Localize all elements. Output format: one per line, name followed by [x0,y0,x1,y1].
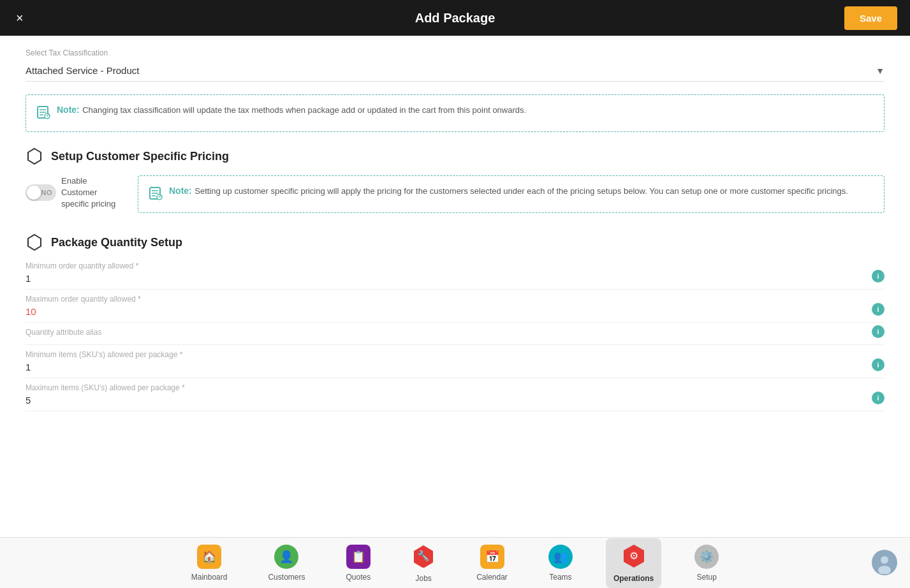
bottom-navigation: 🏠 Mainboard 👤 Customers 📋 Quotes 🔧 Jobs … [0,537,910,588]
customer-pricing-title: Setup Customer Specific Pricing [51,150,229,163]
field-label-0: Minimum order quantity allowed * [26,261,884,270]
quotes-label: Quotes [346,573,371,582]
toggle-group: NO Enable Customer specific pricing [26,175,125,210]
toggle-thumb [27,186,41,200]
quantity-section-title: Package Quantity Setup [51,236,182,249]
field-label-2: Quantity attribute alias [26,328,884,337]
customer-pricing-toggle-row: NO Enable Customer specific pricing Note… [26,175,884,213]
info-icon-3[interactable]: i [872,358,884,371]
nav-item-setup[interactable]: ⚙️ Setup [687,540,726,587]
svg-marker-5 [28,235,41,250]
hex-icon [26,147,43,165]
info-icon-0[interactable]: i [872,270,884,283]
customers-label: Customers [268,573,305,582]
field-value-4[interactable]: 5 [26,395,884,406]
svg-marker-2 [28,149,41,164]
info-icon-1[interactable]: i [872,303,884,316]
customer-pricing-note-box: Note: Setting up customer specific prici… [138,175,884,213]
field-label-3: Minimum items (SKU's) allowed per packag… [26,350,884,359]
operations-icon: ⚙ [622,543,646,568]
nav-item-calendar[interactable]: 📅 Calendar [469,540,515,587]
nav-item-teams[interactable]: 👥 Teams [541,540,580,587]
note1-content: Note: Changing tax classification will u… [57,104,526,117]
nav-item-customers[interactable]: 👤 Customers [260,540,312,587]
quantity-fields-container: Minimum order quantity allowed * 1 i Max… [26,261,884,411]
mainboard-icon: 🏠 [197,545,221,569]
jobs-icon: 🔧 [411,543,436,568]
teams-icon: 👥 [548,545,573,569]
jobs-label: Jobs [415,574,431,583]
field-label-1: Maximum order quantity allowed * [26,295,884,304]
note-icon [36,105,50,122]
nav-item-operations[interactable]: ⚙ Operations [606,538,661,588]
field-value-0[interactable]: 1 [26,273,884,284]
info-icon-2[interactable]: i [872,325,884,338]
page-title: Add Package [415,11,495,26]
mainboard-label: Mainboard [191,573,228,582]
operations-label: Operations [613,574,654,583]
tax-classification-field: Select Tax Classification Attached Servi… [26,48,884,82]
enable-pricing-toggle[interactable]: NO [26,184,56,201]
quantity-field-1: Maximum order quantity allowed * 10 i [26,295,884,323]
nav-item-jobs[interactable]: 🔧 Jobs [404,538,443,588]
svg-point-11 [881,556,888,564]
note2-icon [149,186,163,203]
customers-icon: 👤 [274,545,298,569]
quantity-field-4: Maximum items (SKU's) allowed per packag… [26,383,884,411]
tax-classification-label: Select Tax Classification [26,48,884,57]
quantity-field-2: Quantity attribute alias i [26,328,884,345]
tax-classification-value: Attached Service - Product [26,65,139,76]
customer-pricing-section-header: Setup Customer Specific Pricing [26,147,884,165]
hex-icon-quantity [26,233,43,251]
quantity-field-3: Minimum items (SKU's) allowed per packag… [26,350,884,378]
nav-item-quotes[interactable]: 📋 Quotes [338,540,378,587]
field-label-4: Maximum items (SKU's) allowed per packag… [26,383,884,392]
operations-icon: ⚙ [622,543,646,570]
info-icon-4[interactable]: i [872,392,884,404]
quotes-icon: 📋 [346,545,371,569]
jobs-icon: 🔧 [411,543,436,570]
tax-classification-select[interactable]: Attached Service - Product ▼ [26,60,884,82]
field-value-1[interactable]: 10 [26,306,884,317]
close-button[interactable]: × [13,8,27,29]
nav-item-mainboard[interactable]: 🏠 Mainboard [184,540,235,587]
calendar-icon: 📅 [480,545,504,569]
user-avatar[interactable] [872,550,897,575]
toggle-state-label: NO [41,189,53,196]
quantity-field-0: Minimum order quantity allowed * 1 i [26,261,884,290]
app-header: × Add Package Save [0,0,910,36]
calendar-label: Calendar [476,573,508,582]
save-button[interactable]: Save [844,6,897,30]
main-content: Select Tax Classification Attached Servi… [0,36,910,537]
field-value-3[interactable]: 1 [26,362,884,372]
enable-pricing-label: Enable Customer specific pricing [61,175,125,210]
note2-content: Note: Setting up customer specific prici… [169,185,848,198]
tax-note-box: Note: Changing tax classification will u… [26,94,884,132]
svg-text:⚙: ⚙ [629,550,638,561]
setup-icon: ⚙️ [694,545,719,569]
quantity-section-header: Package Quantity Setup [26,233,884,251]
teams-label: Teams [549,573,571,582]
svg-text:🔧: 🔧 [417,550,430,562]
chevron-down-icon: ▼ [876,66,884,76]
setup-label: Setup [697,573,717,582]
